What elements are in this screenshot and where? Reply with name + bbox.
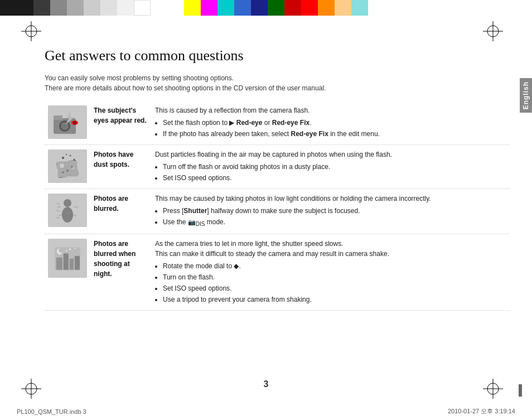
solution-cell-3: This may be caused by taking photos in l… — [152, 189, 510, 234]
bullet-item: If the photo has already been taken, sel… — [163, 129, 506, 139]
problem-label-1: The subject's eyes appear red. — [90, 101, 152, 145]
svg-point-23 — [70, 155, 71, 156]
table-row: Photos have dust spots. Dust particles f… — [45, 145, 510, 189]
svg-point-24 — [74, 158, 75, 160]
problem-icon-1 — [48, 105, 87, 139]
problem-icon-4 — [48, 239, 87, 278]
footer: PL100_QSM_TUR.indb 3 2010-01-27 오후 3:19:… — [0, 407, 532, 416]
svg-line-40 — [56, 218, 60, 218]
solution-text-3: This may be caused by taking photos in l… — [155, 194, 506, 204]
swatch-magenta — [201, 0, 217, 16]
footer-timestamp: 2010-01-27 오후 3:19:14 — [448, 407, 515, 416]
swatch-gray3 — [84, 0, 100, 16]
svg-line-34 — [57, 206, 61, 207]
swatch-dark — [33, 0, 50, 16]
solution-cell-2: Dust particles floating in the air may b… — [152, 145, 510, 189]
svg-point-25 — [66, 154, 67, 155]
svg-point-29 — [66, 170, 69, 172]
blurred-icon — [51, 195, 84, 226]
problem-image-cell-4 — [45, 234, 90, 311]
bullet-item: Press [Shutter] halfway down to make sur… — [163, 206, 506, 216]
swatch-lightgray — [117, 0, 134, 16]
dust-spots-icon — [51, 151, 84, 182]
main-content: Get answers to common questions You can … — [45, 47, 510, 387]
red-eye-icon — [51, 107, 84, 138]
swatch-green — [268, 0, 284, 16]
night-blur-icon — [51, 243, 84, 274]
swatch-gray2 — [67, 0, 84, 16]
svg-line-37 — [73, 215, 76, 216]
swatch-gray4 — [100, 0, 117, 16]
reg-mark-bottomleft — [20, 378, 42, 400]
intro-line-2: There are more details about how to set … — [45, 83, 510, 93]
svg-rect-13 — [54, 115, 62, 120]
footer-filename: PL100_QSM_TUR.indb 3 — [17, 408, 86, 415]
table-row: Photos are blurred. This may be caused b… — [45, 189, 510, 234]
solution-text-2: Dust particles floating in the air may b… — [155, 149, 506, 160]
problem-icon-2 — [48, 149, 87, 183]
swatch-white — [134, 0, 151, 16]
svg-point-32 — [64, 199, 71, 207]
svg-rect-51 — [55, 247, 80, 270]
reg-mark-topright — [482, 20, 504, 42]
bullet-item: Turn on the flash. — [163, 272, 506, 282]
solution-cell-1: This is caused by a reflection from the … — [152, 101, 510, 145]
svg-line-35 — [74, 206, 78, 207]
table-row: Photos are blurred when shooting at nigh… — [45, 234, 510, 311]
bullet-item: Use the 📷DIS mode. — [163, 217, 506, 228]
problem-image-cell-1 — [45, 101, 90, 145]
svg-point-18 — [73, 121, 76, 124]
solution-bullets-3: Press [Shutter] halfway down to make sur… — [163, 206, 506, 228]
bullet-item: Set ISO speed options. — [163, 173, 506, 183]
solution-bullets-2: Turn off the flash or avoid taking photo… — [163, 162, 506, 183]
table-row: The subject's eyes appear red. This is c… — [45, 101, 510, 145]
color-calibration-bar — [0, 0, 532, 16]
page-title: Get answers to common questions — [45, 47, 510, 64]
svg-point-31 — [71, 166, 73, 167]
problem-label-3: Photos are blurred. — [90, 189, 152, 234]
bullet-item: Set the flash option to ▶ Red-eye or Red… — [163, 118, 506, 128]
solution-text-1: This is caused by a reflection from the … — [155, 105, 506, 115]
problem-icon-3 — [48, 194, 87, 227]
svg-line-38 — [56, 204, 60, 204]
solution-text-4: As the camera tries to let in more light… — [155, 239, 506, 259]
problem-image-cell-2 — [45, 145, 90, 189]
solution-cell-4: As the camera tries to let in more light… — [152, 234, 510, 311]
svg-point-22 — [62, 157, 64, 159]
swatch-gap — [151, 0, 184, 16]
solution-bullets-4: Rotate the mode dial to ◆. Turn on the f… — [163, 261, 506, 305]
swatch-blue2 — [251, 0, 268, 16]
svg-line-36 — [59, 215, 62, 216]
swatch-blue1 — [234, 0, 251, 16]
page-number: 3 — [264, 379, 269, 389]
svg-point-30 — [62, 171, 64, 173]
swatch-gray1 — [50, 0, 67, 16]
problem-label-4: Photos are blurred when shooting at nigh… — [90, 234, 152, 311]
bullet-item: Use a tripod to prevent your camera from… — [163, 295, 506, 305]
language-tab-label: English — [522, 81, 530, 109]
swatch-yellow — [184, 0, 201, 16]
intro-paragraph: You can easily solve most problems by se… — [45, 73, 510, 93]
problem-image-cell-3 — [45, 189, 90, 234]
intro-line-1: You can easily solve most problems by se… — [45, 73, 510, 83]
problems-table: The subject's eyes appear red. This is c… — [45, 101, 510, 311]
swatch-orange — [318, 0, 335, 16]
svg-point-27 — [60, 163, 64, 168]
problem-label-2: Photos have dust spots. — [90, 145, 152, 189]
swatch-peach — [335, 0, 351, 16]
reg-mark-topleft — [20, 20, 42, 42]
swatch-black — [0, 0, 33, 16]
bullet-item: Turn off the flash or avoid taking photo… — [163, 162, 506, 172]
swatch-lightcyan — [351, 0, 368, 16]
page-number-bar — [519, 384, 522, 397]
bullet-item: Rotate the mode dial to ◆. — [163, 261, 506, 271]
language-tab: English — [520, 78, 532, 113]
svg-point-15 — [61, 122, 69, 130]
swatch-darkred — [284, 0, 301, 16]
solution-bullets-1: Set the flash option to ▶ Red-eye or Red… — [163, 118, 506, 139]
swatch-red — [301, 0, 318, 16]
svg-point-33 — [62, 207, 73, 223]
swatch-cyan — [217, 0, 234, 16]
bullet-item: Set ISO speed options. — [163, 283, 506, 293]
